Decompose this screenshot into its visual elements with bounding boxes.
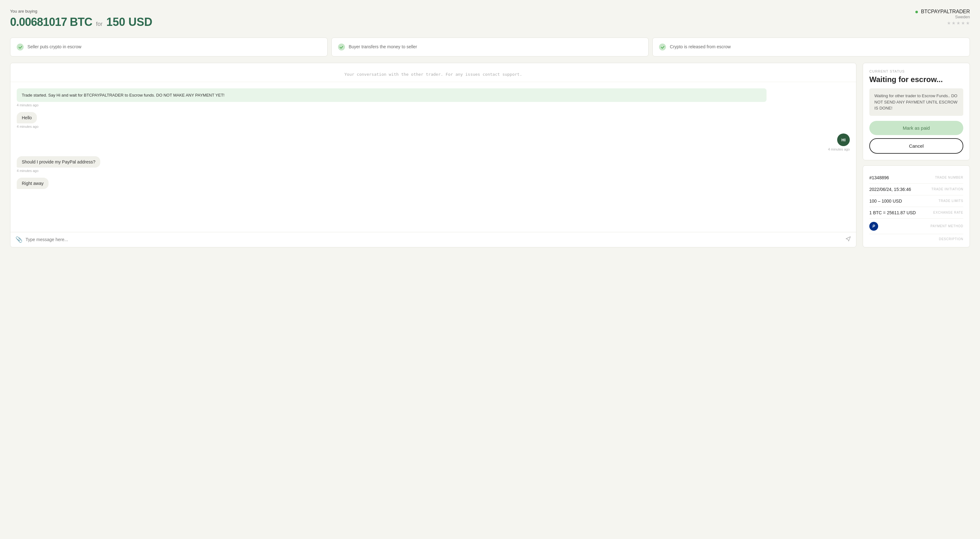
star-5: ★	[966, 21, 970, 26]
step-3: Crypto is released from escrow	[652, 38, 970, 56]
description-row: DESCRIPTION	[869, 234, 963, 241]
status-card: CURRENT STATUS Waiting for escrow... Wai…	[863, 63, 970, 160]
system-message: Trade started. Say Hi and wait for BTCPA…	[17, 88, 850, 107]
trader-name[interactable]: BTCPAYPALTRADER	[915, 9, 970, 14]
trade-limits-row: 100 – 1000 USD TRADE LIMITS	[869, 195, 963, 207]
chat-messages[interactable]: Trade started. Say Hi and wait for BTCPA…	[10, 82, 856, 232]
step-3-text: Crypto is released from escrow	[670, 44, 730, 50]
trader-country: Sweden	[915, 14, 970, 19]
step-2-check	[338, 43, 345, 51]
step-3-check	[659, 43, 666, 51]
trade-limits-value: 100 – 1000 USD	[869, 198, 902, 204]
mark-as-paid-button[interactable]: Mark as paid	[869, 121, 963, 135]
exchange-rate-label: EXCHANGE RATE	[933, 211, 963, 214]
msg-hello: Hello 4 minutes ago	[17, 112, 850, 128]
user-avatar: HI	[837, 134, 850, 146]
system-msg-text: Trade started. Say Hi and wait for BTCPA…	[17, 88, 767, 102]
bubble-hello: Hello	[17, 112, 37, 123]
main-content: Your conversation with the other trader.…	[10, 63, 970, 247]
star-2: ★	[951, 21, 956, 26]
msg-right-away: Right away	[17, 178, 850, 189]
trade-initiation-label: TRADE INITIATION	[931, 187, 963, 191]
step-2-text: Buyer transfers the money to seller	[349, 44, 417, 50]
msg-paypal-time: 4 minutes ago	[17, 169, 850, 172]
usd-amount: 150 USD	[106, 16, 152, 29]
star-3: ★	[956, 21, 961, 26]
paypal-icon: P	[869, 222, 878, 231]
bubble-paypal: Should I provide my PayPal address?	[17, 156, 100, 167]
trade-details: #1348896 TRADE NUMBER 2022/06/24, 15:36:…	[863, 165, 970, 247]
btc-amount: 0.00681017 BTC	[10, 16, 92, 29]
trade-number-value: #1348896	[869, 175, 889, 180]
right-panel: CURRENT STATUS Waiting for escrow... Wai…	[863, 63, 970, 247]
online-indicator	[915, 11, 918, 13]
exchange-rate-value: 1 BTC = 25611.87 USD	[869, 210, 916, 215]
buying-amount: 0.00681017 BTC for 150 USD	[10, 16, 152, 29]
buying-info: You are buying 0.00681017 BTC for 150 US…	[10, 9, 152, 29]
step-1-check	[17, 43, 24, 51]
send-icon[interactable]	[845, 236, 851, 243]
status-title: Waiting for escrow...	[869, 75, 963, 84]
trader-stars: ★ ★ ★ ★ ★	[915, 21, 970, 26]
trade-initiation-row: 2022/06/24, 15:36:46 TRADE INITIATION	[869, 184, 963, 195]
trade-limits-label: TRADE LIMITS	[939, 199, 964, 203]
trade-number-label: TRADE NUMBER	[935, 176, 963, 179]
escrow-notice: Waiting for other trader to Escrow Funds…	[869, 88, 963, 116]
description-label: DESCRIPTION	[869, 234, 963, 241]
msg-hi-container: HI 4 minutes ago	[17, 134, 850, 151]
msg-paypal: Should I provide my PayPal address? 4 mi…	[17, 156, 850, 172]
payment-method-label: PAYMENT METHOD	[931, 224, 963, 228]
buying-label: You are buying	[10, 9, 152, 14]
step-1: Seller puts crypto in escrow	[10, 38, 328, 56]
attach-icon[interactable]: 📎	[16, 236, 22, 243]
cancel-button[interactable]: Cancel	[869, 138, 963, 154]
for-label: for	[96, 21, 102, 27]
star-4: ★	[961, 21, 965, 26]
chat-notice: Your conversation with the other trader.…	[10, 63, 856, 82]
system-msg-time: 4 minutes ago	[17, 103, 850, 107]
bubble-right-away: Right away	[17, 178, 49, 189]
trader-info: BTCPAYPALTRADER Sweden ★ ★ ★ ★ ★	[915, 9, 970, 26]
star-1: ★	[947, 21, 951, 26]
step-1-text: Seller puts crypto in escrow	[27, 44, 81, 50]
page-header: You are buying 0.00681017 BTC for 150 US…	[10, 9, 970, 29]
steps-row: Seller puts crypto in escrow Buyer trans…	[10, 38, 970, 56]
current-status-label: CURRENT STATUS	[869, 69, 963, 73]
payment-method-row: P PAYMENT METHOD	[869, 219, 963, 234]
trade-number-row: #1348896 TRADE NUMBER	[869, 172, 963, 184]
trader-name-text: BTCPAYPALTRADER	[921, 9, 970, 14]
chat-input[interactable]	[25, 237, 842, 242]
chat-panel: Your conversation with the other trader.…	[10, 63, 856, 247]
step-2: Buyer transfers the money to seller	[331, 38, 649, 56]
exchange-rate-row: 1 BTC = 25611.87 USD EXCHANGE RATE	[869, 207, 963, 219]
trade-initiation-value: 2022/06/24, 15:36:46	[869, 187, 911, 192]
msg-hello-time: 4 minutes ago	[17, 124, 850, 128]
msg-hi-time: 4 minutes ago	[828, 147, 850, 151]
chat-input-area[interactable]: 📎	[10, 232, 856, 247]
